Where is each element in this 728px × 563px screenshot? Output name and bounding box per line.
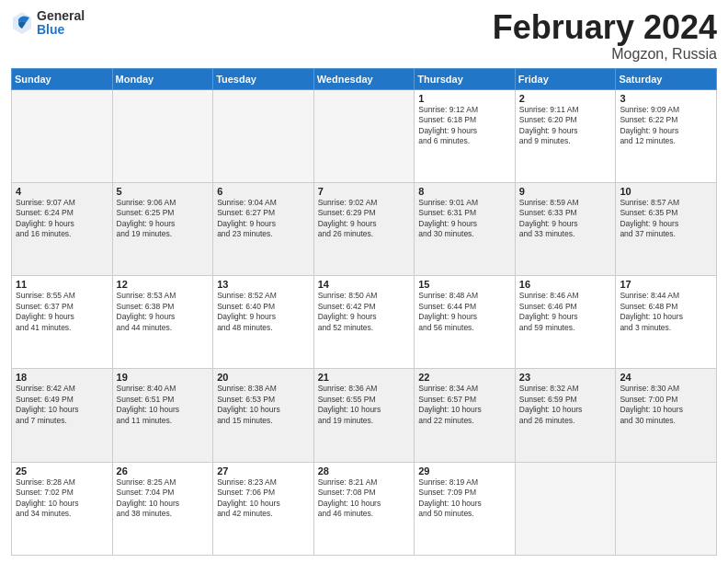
header-tuesday: Tuesday xyxy=(213,68,314,89)
table-row: 9Sunrise: 8:59 AM Sunset: 6:33 PM Daylig… xyxy=(515,182,616,275)
day-info: Sunrise: 8:25 AM Sunset: 7:04 PM Dayligh… xyxy=(117,477,210,520)
day-info: Sunrise: 8:23 AM Sunset: 7:06 PM Dayligh… xyxy=(217,477,310,520)
table-row: 21Sunrise: 8:36 AM Sunset: 6:55 PM Dayli… xyxy=(313,369,415,462)
table-row xyxy=(313,89,415,182)
table-row: 25Sunrise: 8:28 AM Sunset: 7:02 PM Dayli… xyxy=(12,462,113,555)
header-monday: Monday xyxy=(112,68,213,89)
day-info: Sunrise: 8:48 AM Sunset: 6:44 PM Dayligh… xyxy=(418,291,511,333)
day-number: 7 xyxy=(318,186,411,197)
table-row: 22Sunrise: 8:34 AM Sunset: 6:57 PM Dayli… xyxy=(415,369,516,462)
header-wednesday: Wednesday xyxy=(313,68,415,89)
day-number: 3 xyxy=(620,93,712,104)
calendar-week-row: 18Sunrise: 8:42 AM Sunset: 6:49 PM Dayli… xyxy=(12,369,717,462)
day-info: Sunrise: 8:21 AM Sunset: 7:08 PM Dayligh… xyxy=(318,477,411,520)
table-row xyxy=(515,462,616,555)
header-friday: Friday xyxy=(515,68,616,89)
calendar-table: Sunday Monday Tuesday Wednesday Thursday… xyxy=(11,68,717,556)
table-row: 7Sunrise: 9:02 AM Sunset: 6:29 PM Daylig… xyxy=(313,182,415,275)
day-number: 25 xyxy=(16,465,108,477)
logo-icon xyxy=(11,10,33,36)
day-info: Sunrise: 8:50 AM Sunset: 6:42 PM Dayligh… xyxy=(318,291,411,333)
weekday-header-row: Sunday Monday Tuesday Wednesday Thursday… xyxy=(12,68,717,89)
table-row: 23Sunrise: 8:32 AM Sunset: 6:59 PM Dayli… xyxy=(515,369,616,462)
table-row: 14Sunrise: 8:50 AM Sunset: 6:42 PM Dayli… xyxy=(313,276,415,369)
calendar-week-row: 4Sunrise: 9:07 AM Sunset: 6:24 PM Daylig… xyxy=(12,182,717,275)
table-row: 1Sunrise: 9:12 AM Sunset: 6:18 PM Daylig… xyxy=(415,89,516,182)
table-row xyxy=(213,89,314,182)
table-row xyxy=(12,89,113,182)
table-row: 11Sunrise: 8:55 AM Sunset: 6:37 PM Dayli… xyxy=(12,276,113,369)
day-number: 8 xyxy=(418,186,511,197)
table-row: 26Sunrise: 8:25 AM Sunset: 7:04 PM Dayli… xyxy=(112,462,213,555)
day-number: 15 xyxy=(418,279,511,290)
table-row: 20Sunrise: 8:38 AM Sunset: 6:53 PM Dayli… xyxy=(213,369,314,462)
day-number: 29 xyxy=(418,465,511,477)
day-info: Sunrise: 8:19 AM Sunset: 7:09 PM Dayligh… xyxy=(418,477,511,520)
table-row: 13Sunrise: 8:52 AM Sunset: 6:40 PM Dayli… xyxy=(213,276,314,369)
day-info: Sunrise: 9:02 AM Sunset: 6:29 PM Dayligh… xyxy=(318,198,411,240)
day-number: 18 xyxy=(16,372,108,383)
table-row: 19Sunrise: 8:40 AM Sunset: 6:51 PM Dayli… xyxy=(112,369,213,462)
day-number: 16 xyxy=(519,279,612,290)
header-sunday: Sunday xyxy=(12,68,113,89)
day-info: Sunrise: 8:30 AM Sunset: 7:00 PM Dayligh… xyxy=(620,384,712,426)
table-row: 3Sunrise: 9:09 AM Sunset: 6:22 PM Daylig… xyxy=(616,89,717,182)
table-row: 27Sunrise: 8:23 AM Sunset: 7:06 PM Dayli… xyxy=(213,462,314,555)
day-info: Sunrise: 9:06 AM Sunset: 6:25 PM Dayligh… xyxy=(117,198,210,240)
day-info: Sunrise: 8:57 AM Sunset: 6:35 PM Dayligh… xyxy=(620,198,712,240)
table-row: 16Sunrise: 8:46 AM Sunset: 6:46 PM Dayli… xyxy=(515,276,616,369)
table-row: 18Sunrise: 8:42 AM Sunset: 6:49 PM Dayli… xyxy=(12,369,113,462)
day-number: 26 xyxy=(117,465,210,477)
calendar-location: Mogzon, Russia xyxy=(493,46,717,63)
table-row: 12Sunrise: 8:53 AM Sunset: 6:38 PM Dayli… xyxy=(112,276,213,369)
table-row: 5Sunrise: 9:06 AM Sunset: 6:25 PM Daylig… xyxy=(112,182,213,275)
day-number: 27 xyxy=(217,465,310,477)
title-block: February 2024 Mogzon, Russia xyxy=(493,9,717,63)
table-row: 24Sunrise: 8:30 AM Sunset: 7:00 PM Dayli… xyxy=(616,369,717,462)
day-info: Sunrise: 9:12 AM Sunset: 6:18 PM Dayligh… xyxy=(418,105,511,147)
day-info: Sunrise: 8:38 AM Sunset: 6:53 PM Dayligh… xyxy=(217,384,310,426)
day-number: 12 xyxy=(117,279,210,290)
day-info: Sunrise: 8:55 AM Sunset: 6:37 PM Dayligh… xyxy=(16,291,108,333)
day-number: 14 xyxy=(318,279,411,290)
day-info: Sunrise: 8:52 AM Sunset: 6:40 PM Dayligh… xyxy=(217,291,310,333)
table-row: 15Sunrise: 8:48 AM Sunset: 6:44 PM Dayli… xyxy=(415,276,516,369)
table-row: 17Sunrise: 8:44 AM Sunset: 6:48 PM Dayli… xyxy=(616,276,717,369)
day-number: 23 xyxy=(519,372,612,383)
day-number: 20 xyxy=(217,372,310,383)
day-number: 21 xyxy=(318,372,411,383)
day-info: Sunrise: 8:32 AM Sunset: 6:59 PM Dayligh… xyxy=(519,384,612,426)
day-number: 6 xyxy=(217,186,310,197)
table-row: 28Sunrise: 8:21 AM Sunset: 7:08 PM Dayli… xyxy=(313,462,415,555)
day-number: 2 xyxy=(519,93,612,104)
logo-text: General Blue xyxy=(37,9,85,38)
day-info: Sunrise: 9:01 AM Sunset: 6:31 PM Dayligh… xyxy=(418,198,511,240)
day-number: 13 xyxy=(217,279,310,290)
day-info: Sunrise: 8:59 AM Sunset: 6:33 PM Dayligh… xyxy=(519,198,612,240)
table-row: 6Sunrise: 9:04 AM Sunset: 6:27 PM Daylig… xyxy=(213,182,314,275)
day-info: Sunrise: 8:46 AM Sunset: 6:46 PM Dayligh… xyxy=(519,291,612,333)
day-info: Sunrise: 9:11 AM Sunset: 6:20 PM Dayligh… xyxy=(519,105,612,147)
logo-blue-text: Blue xyxy=(37,23,85,37)
day-number: 9 xyxy=(519,186,612,197)
logo: General Blue xyxy=(11,9,85,38)
calendar-title: February 2024 xyxy=(493,9,717,46)
day-number: 5 xyxy=(117,186,210,197)
day-number: 4 xyxy=(16,186,108,197)
table-row xyxy=(112,89,213,182)
day-info: Sunrise: 8:36 AM Sunset: 6:55 PM Dayligh… xyxy=(318,384,411,426)
table-row: 2Sunrise: 9:11 AM Sunset: 6:20 PM Daylig… xyxy=(515,89,616,182)
day-info: Sunrise: 8:34 AM Sunset: 6:57 PM Dayligh… xyxy=(418,384,511,426)
day-info: Sunrise: 8:44 AM Sunset: 6:48 PM Dayligh… xyxy=(620,291,712,333)
day-info: Sunrise: 8:28 AM Sunset: 7:02 PM Dayligh… xyxy=(16,477,108,520)
header-thursday: Thursday xyxy=(415,68,516,89)
table-row: 29Sunrise: 8:19 AM Sunset: 7:09 PM Dayli… xyxy=(415,462,516,555)
day-number: 22 xyxy=(418,372,511,383)
calendar-week-row: 1Sunrise: 9:12 AM Sunset: 6:18 PM Daylig… xyxy=(12,89,717,182)
calendar-week-row: 25Sunrise: 8:28 AM Sunset: 7:02 PM Dayli… xyxy=(12,462,717,555)
logo-general-text: General xyxy=(37,9,85,23)
table-row: 4Sunrise: 9:07 AM Sunset: 6:24 PM Daylig… xyxy=(12,182,113,275)
day-number: 28 xyxy=(318,465,411,477)
page: General Blue February 2024 Mogzon, Russi… xyxy=(0,0,728,563)
day-number: 1 xyxy=(418,93,511,104)
